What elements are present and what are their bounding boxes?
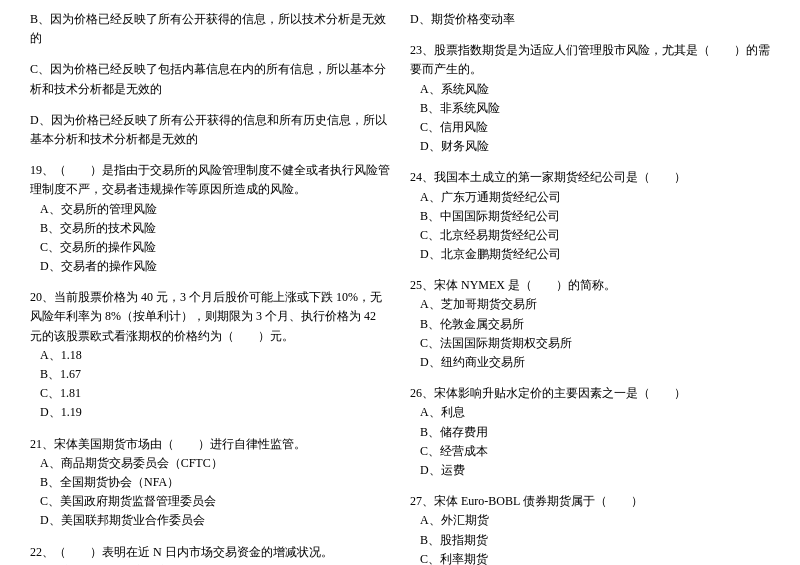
option-d-right-cont: D、期货价格变动率 <box>410 10 770 29</box>
question-22-stem: 22、（ ）表明在近 N 日内市场交易资金的增减状况。 <box>30 543 390 562</box>
question-25: 25、宋体 NYMEX 是（ ）的简称。 A、芝加哥期货交易所 B、伦敦金属交易… <box>410 276 770 372</box>
question-20: 20、当前股票价格为 40 元，3 个月后股价可能上涨或下跌 10%，无风险年利… <box>30 288 390 422</box>
question-23: 23、股票指数期货是为适应人们管理股市风险，尤其是（ ）的需要而产生的。 A、系… <box>410 41 770 156</box>
q26-option-a: A、利息 <box>420 403 770 422</box>
option-b-text: B、因为价格已经反映了所有公开获得的信息，所以技术分析是无效的 <box>30 10 390 48</box>
question-27-options: A、外汇期货 B、股指期货 C、利率期货 D、商品期货 <box>420 511 770 565</box>
question-24: 24、我国本土成立的第一家期货经纪公司是（ ） A、广东万通期货经纪公司 B、中… <box>410 168 770 264</box>
option-d-text: D、因为价格已经反映了所有公开获得的信息和所有历史信息，所以基本分析和技术分析都… <box>30 111 390 149</box>
q20-option-a: A、1.18 <box>40 346 390 365</box>
option-c-text: C、因为价格已经反映了包括内幕信息在内的所有信息，所以基本分析和技术分析都是无效… <box>30 60 390 98</box>
q23-option-a: A、系统风险 <box>420 80 770 99</box>
question-24-options: A、广东万通期货经纪公司 B、中国国际期货经纪公司 C、北京经易期货经纪公司 D… <box>420 188 770 265</box>
q27-option-c: C、利率期货 <box>420 550 770 565</box>
q25-option-c: C、法国国际期货期权交易所 <box>420 334 770 353</box>
option-d-cont: D、因为价格已经反映了所有公开获得的信息和所有历史信息，所以基本分析和技术分析都… <box>30 111 390 149</box>
q25-option-b: B、伦敦金属交易所 <box>420 315 770 334</box>
q21-option-c: C、美国政府期货监督管理委员会 <box>40 492 390 511</box>
q23-option-d: D、财务风险 <box>420 137 770 156</box>
q25-option-d: D、纽约商业交易所 <box>420 353 770 372</box>
q21-option-d: D、美国联邦期货业合作委员会 <box>40 511 390 530</box>
q20-option-c: C、1.81 <box>40 384 390 403</box>
q24-option-a: A、广东万通期货经纪公司 <box>420 188 770 207</box>
right-column: D、期货价格变动率 23、股票指数期货是为适应人们管理股市风险，尤其是（ ）的需… <box>410 10 770 565</box>
q24-option-d: D、北京金鹏期货经纪公司 <box>420 245 770 264</box>
q20-option-b: B、1.67 <box>40 365 390 384</box>
question-23-options: A、系统风险 B、非系统风险 C、信用风险 D、财务风险 <box>420 80 770 157</box>
question-24-stem: 24、我国本土成立的第一家期货经纪公司是（ ） <box>410 168 770 187</box>
option-c-cont: C、因为价格已经反映了包括内幕信息在内的所有信息，所以基本分析和技术分析都是无效… <box>30 60 390 98</box>
q26-option-c: C、经营成本 <box>420 442 770 461</box>
option-d-right-text: D、期货价格变动率 <box>410 10 770 29</box>
q26-option-b: B、储存费用 <box>420 423 770 442</box>
question-25-options: A、芝加哥期货交易所 B、伦敦金属交易所 C、法国国际期货期权交易所 D、纽约商… <box>420 295 770 372</box>
question-19: 19、（ ）是指由于交易所的风险管理制度不健全或者执行风险管理制度不严，交易者违… <box>30 161 390 276</box>
question-21: 21、宋体美国期货市场由（ ）进行自律性监管。 A、商品期货交易委员会（CFTC… <box>30 435 390 531</box>
question-26: 26、宋体影响升贴水定价的主要因素之一是（ ） A、利息 B、储存费用 C、经营… <box>410 384 770 480</box>
question-26-stem: 26、宋体影响升贴水定价的主要因素之一是（ ） <box>410 384 770 403</box>
q23-option-c: C、信用风险 <box>420 118 770 137</box>
question-27-stem: 27、宋体 Euro-BOBL 债券期货属于（ ） <box>410 492 770 511</box>
question-23-stem: 23、股票指数期货是为适应人们管理股市风险，尤其是（ ）的需要而产生的。 <box>410 41 770 79</box>
question-22: 22、（ ）表明在近 N 日内市场交易资金的增减状况。 A、市场资金总量变动率 … <box>30 543 390 566</box>
q25-option-a: A、芝加哥期货交易所 <box>420 295 770 314</box>
left-column: B、因为价格已经反映了所有公开获得的信息，所以技术分析是无效的 C、因为价格已经… <box>30 10 390 565</box>
option-b-cont: B、因为价格已经反映了所有公开获得的信息，所以技术分析是无效的 <box>30 10 390 48</box>
q27-option-b: B、股指期货 <box>420 531 770 550</box>
q23-option-b: B、非系统风险 <box>420 99 770 118</box>
q21-option-b: B、全国期货协会（NFA） <box>40 473 390 492</box>
q27-option-a: A、外汇期货 <box>420 511 770 530</box>
question-19-stem: 19、（ ）是指由于交易所的风险管理制度不健全或者执行风险管理制度不严，交易者违… <box>30 161 390 199</box>
q24-option-c: C、北京经易期货经纪公司 <box>420 226 770 245</box>
q19-option-b: B、交易所的技术风险 <box>40 219 390 238</box>
question-21-options: A、商品期货交易委员会（CFTC） B、全国期货协会（NFA） C、美国政府期货… <box>40 454 390 531</box>
q21-option-a: A、商品期货交易委员会（CFTC） <box>40 454 390 473</box>
q26-option-d: D、运费 <box>420 461 770 480</box>
question-20-stem: 20、当前股票价格为 40 元，3 个月后股价可能上涨或下跌 10%，无风险年利… <box>30 288 390 346</box>
question-26-options: A、利息 B、储存费用 C、经营成本 D、运费 <box>420 403 770 480</box>
q19-option-d: D、交易者的操作风险 <box>40 257 390 276</box>
question-19-options: A、交易所的管理风险 B、交易所的技术风险 C、交易所的操作风险 D、交易者的操… <box>40 200 390 277</box>
page-content: B、因为价格已经反映了所有公开获得的信息，所以技术分析是无效的 C、因为价格已经… <box>30 10 770 565</box>
question-21-stem: 21、宋体美国期货市场由（ ）进行自律性监管。 <box>30 435 390 454</box>
question-25-stem: 25、宋体 NYMEX 是（ ）的简称。 <box>410 276 770 295</box>
q24-option-b: B、中国国际期货经纪公司 <box>420 207 770 226</box>
q19-option-c: C、交易所的操作风险 <box>40 238 390 257</box>
question-20-options: A、1.18 B、1.67 C、1.81 D、1.19 <box>40 346 390 423</box>
q20-option-d: D、1.19 <box>40 403 390 422</box>
q19-option-a: A、交易所的管理风险 <box>40 200 390 219</box>
question-27: 27、宋体 Euro-BOBL 债券期货属于（ ） A、外汇期货 B、股指期货 … <box>410 492 770 565</box>
